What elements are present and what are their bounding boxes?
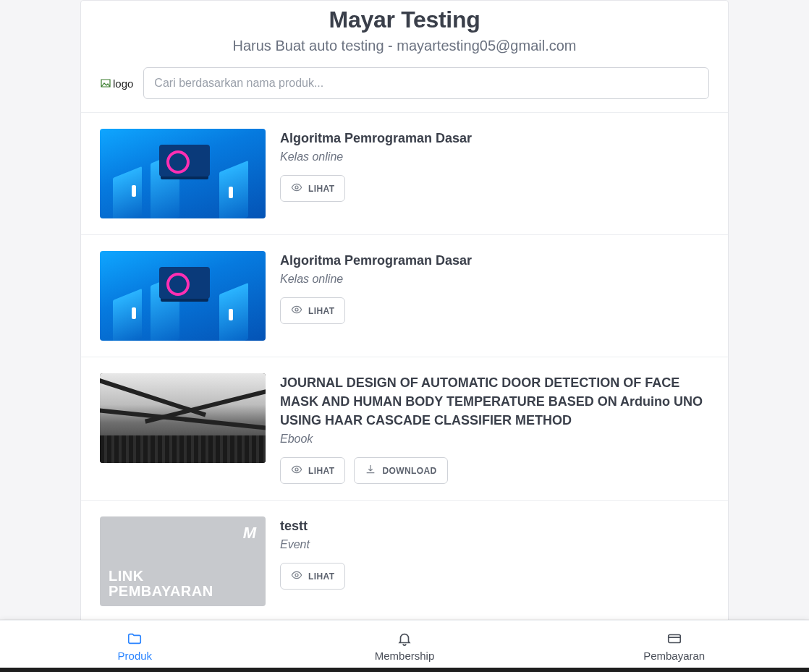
item-body: Algoritma Pemrograman DasarKelas onlineL… <box>280 251 709 324</box>
item-body: Algoritma Pemrograman DasarKelas onlineL… <box>280 129 709 202</box>
list-item: Algoritma Pemrograman DasarKelas onlineL… <box>81 235 728 357</box>
search-row: logo <box>81 54 728 112</box>
page-subtitle: Harus Buat auto testing - mayartesting05… <box>81 38 728 54</box>
folder-icon <box>127 631 143 647</box>
item-actions: LIHAT <box>280 175 709 202</box>
download-button[interactable]: DOWNLOAD <box>354 457 447 484</box>
view-button[interactable]: LIHAT <box>280 297 345 324</box>
nav-membership[interactable]: Membership <box>270 621 540 672</box>
svg-rect-4 <box>668 635 680 643</box>
nav-label: Membership <box>375 650 435 662</box>
nav-label: Pembayaran <box>643 650 705 662</box>
content-card: Mayar Testing Harus Buat auto testing - … <box>80 0 729 672</box>
svg-point-2 <box>295 468 298 471</box>
product-list: Algoritma Pemrograman DasarKelas onlineL… <box>81 112 728 623</box>
view-button[interactable]: LIHAT <box>280 457 345 484</box>
svg-point-1 <box>295 308 298 311</box>
button-label: LIHAT <box>308 306 334 316</box>
view-button[interactable]: LIHAT <box>280 175 345 202</box>
page-title: Mayar Testing <box>81 7 728 33</box>
nav-label: Produk <box>118 650 153 662</box>
item-type: Event <box>280 538 709 551</box>
thumb-caption: LINKPEMBAYARAN <box>109 569 257 599</box>
header: Mayar Testing Harus Buat auto testing - … <box>81 1 728 54</box>
nav-pembayaran[interactable]: Pembayaran <box>539 621 809 672</box>
view-button[interactable]: LIHAT <box>280 563 345 590</box>
item-title: testt <box>280 516 709 535</box>
item-title: Algoritma Pemrograman Dasar <box>280 251 709 270</box>
button-label: LIHAT <box>308 466 334 476</box>
item-type: Kelas online <box>280 273 709 286</box>
list-item: MLINKPEMBAYARANtesttEventLIHAT <box>81 501 728 623</box>
item-type: Kelas online <box>280 150 709 163</box>
item-title: Algoritma Pemrograman Dasar <box>280 129 709 148</box>
product-thumbnail <box>100 373 266 463</box>
page: Mayar Testing Harus Buat auto testing - … <box>0 0 809 672</box>
item-actions: LIHATDOWNLOAD <box>280 457 709 484</box>
bottom-edge <box>0 668 809 672</box>
logo-alt-text: logo <box>113 77 133 90</box>
product-thumbnail: MLINKPEMBAYARAN <box>100 516 266 606</box>
eye-icon <box>291 304 302 318</box>
download-icon <box>365 464 376 477</box>
thumb-badge: M <box>243 524 255 543</box>
search-input[interactable] <box>143 67 709 99</box>
item-body: JOURNAL DESIGN OF AUTOMATIC DOOR DETECTI… <box>280 373 709 484</box>
product-thumbnail <box>100 251 266 341</box>
logo-broken-image: logo <box>100 77 133 90</box>
product-thumbnail <box>100 129 266 218</box>
bell-icon <box>397 631 412 647</box>
svg-point-0 <box>295 186 298 189</box>
item-title: JOURNAL DESIGN OF AUTOMATIC DOOR DETECTI… <box>280 373 709 430</box>
button-label: LIHAT <box>308 571 334 582</box>
list-item: JOURNAL DESIGN OF AUTOMATIC DOOR DETECTI… <box>81 357 728 501</box>
list-item: Algoritma Pemrograman DasarKelas onlineL… <box>81 113 728 235</box>
svg-point-3 <box>295 574 298 577</box>
eye-icon <box>291 569 302 583</box>
nav-produk[interactable]: Produk <box>0 621 270 672</box>
button-label: DOWNLOAD <box>382 466 436 476</box>
item-actions: LIHAT <box>280 563 709 590</box>
eye-icon <box>291 182 302 195</box>
item-actions: LIHAT <box>280 297 709 324</box>
card-icon <box>666 631 682 647</box>
eye-icon <box>291 464 302 477</box>
item-body: testtEventLIHAT <box>280 516 709 590</box>
item-type: Ebook <box>280 433 709 446</box>
button-label: LIHAT <box>308 184 334 194</box>
bottom-nav: Produk Membership Pembayaran <box>0 620 809 672</box>
broken-image-icon <box>100 77 111 89</box>
